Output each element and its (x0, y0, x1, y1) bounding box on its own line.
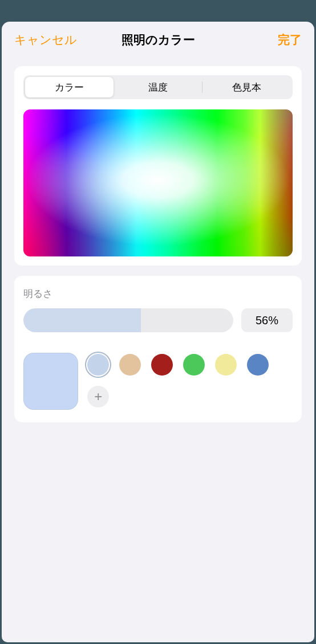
brightness-row: 56% (23, 308, 293, 332)
color-spectrum-picker[interactable] (23, 109, 293, 256)
color-card: カラー 温度 色見本 (14, 66, 302, 266)
swatch-5[interactable] (247, 354, 269, 376)
tab-temperature[interactable]: 温度 (114, 77, 202, 97)
brightness-card: 明るさ 56% + (14, 276, 302, 422)
nav-header: キャンセル 照明のカラー 完了 (2, 22, 314, 56)
swatch-1[interactable] (119, 354, 141, 376)
color-picker-sheet: キャンセル 照明のカラー 完了 カラー 温度 色見本 明るさ 56% (2, 22, 314, 642)
saved-swatches: + (87, 353, 293, 407)
cancel-button[interactable]: キャンセル (14, 32, 77, 48)
brightness-value: 56% (241, 308, 293, 332)
swatch-row: + (23, 353, 293, 410)
swatch-0[interactable] (87, 354, 109, 376)
tab-color[interactable]: カラー (25, 77, 114, 97)
brightness-slider-fill (23, 308, 141, 332)
tab-swatches[interactable]: 色見本 (202, 77, 291, 97)
current-color-swatch (23, 353, 78, 410)
swatch-4[interactable] (215, 354, 237, 376)
done-button[interactable]: 完了 (278, 32, 302, 48)
brightness-slider[interactable] (23, 308, 233, 332)
swatch-3[interactable] (183, 354, 205, 376)
swatch-2[interactable] (151, 354, 173, 376)
segmented-control: カラー 温度 色見本 (23, 75, 293, 99)
page-title: 照明のカラー (121, 32, 195, 48)
add-swatch-button[interactable]: + (87, 386, 109, 407)
brightness-label: 明るさ (23, 287, 293, 300)
